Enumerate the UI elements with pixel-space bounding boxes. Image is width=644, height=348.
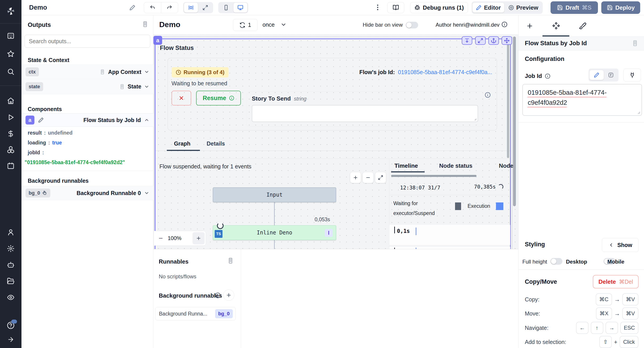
- search-icon[interactable]: [7, 68, 14, 75]
- eval-input-button[interactable]: [604, 70, 618, 80]
- component-scrollbar[interactable]: [507, 40, 509, 158]
- hide-bar-label: Hide bar on view: [363, 22, 403, 28]
- form-info-icon[interactable]: [484, 92, 491, 98]
- clock-icon: [176, 69, 181, 75]
- variables-icon[interactable]: [7, 130, 14, 137]
- redo-button[interactable]: [161, 2, 178, 13]
- add-bg-runnable-button[interactable]: [223, 290, 234, 301]
- more-menu-icon[interactable]: [374, 3, 382, 12]
- job-id-link[interactable]: 0191085e-5baa-81ef-4774-c9ef4f0a...: [398, 69, 492, 75]
- apps-icon[interactable]: [7, 32, 14, 40]
- notification-dot: [11, 319, 17, 324]
- schedule-chevron-icon[interactable]: [280, 22, 287, 28]
- runnables-empty: No scripts/flows: [159, 273, 196, 280]
- desktop-view-button[interactable]: [234, 3, 247, 13]
- outputs-doc-icon[interactable]: [142, 21, 148, 28]
- undo-button[interactable]: [144, 2, 161, 13]
- cancel-button[interactable]: [172, 91, 191, 105]
- home-icon[interactable]: [7, 97, 14, 105]
- static-input-button[interactable]: [590, 70, 604, 80]
- tab-node-status[interactable]: Node status: [439, 162, 472, 169]
- bg-runnable-item[interactable]: Background Runna... bg_0: [155, 307, 236, 320]
- connect-input-button[interactable]: [624, 69, 641, 82]
- runs-icon[interactable]: [7, 113, 14, 121]
- node-input[interactable]: Input: [213, 188, 336, 202]
- edit-component-icon[interactable]: [38, 117, 44, 123]
- canvas-scrollbar[interactable]: [513, 37, 516, 206]
- fill-height-button[interactable]: [462, 36, 472, 45]
- runnables-doc-icon[interactable]: [227, 257, 234, 264]
- fit-view-button[interactable]: [375, 172, 386, 183]
- editor-tab[interactable]: Editor: [472, 3, 504, 13]
- schedule-select[interactable]: once: [262, 22, 274, 28]
- eye-icon[interactable]: [7, 294, 14, 301]
- component-tag-badge[interactable]: a: [154, 36, 162, 45]
- author-info-icon[interactable]: [501, 21, 508, 28]
- anchor-button[interactable]: [488, 36, 499, 45]
- star-icon[interactable]: [7, 50, 14, 58]
- tab-details[interactable]: Details: [206, 140, 225, 147]
- deploy-button[interactable]: Deploy: [601, 1, 640, 14]
- tab-timeline[interactable]: Timeline: [394, 162, 418, 169]
- delete-button[interactable]: Delete ⌘Del: [593, 275, 639, 288]
- tab-node[interactable]: Node: [499, 162, 514, 169]
- component-row[interactable]: a Flow Status by Job Id: [22, 113, 154, 127]
- app-canvas[interactable]: Flow Status Running (3 of 4) Flow's job …: [154, 35, 518, 249]
- fullwidth-layout-button[interactable]: [198, 3, 212, 13]
- component-row-title: Flow Status by Job Id: [84, 117, 141, 123]
- flow-graph[interactable]: Flow suspended, waiting for 1 events Inp…: [156, 158, 389, 249]
- state-context-title: State & Context: [28, 57, 69, 63]
- preview-tab[interactable]: Preview: [505, 3, 542, 13]
- resources-icon[interactable]: [7, 146, 14, 153]
- move-button[interactable]: [502, 36, 512, 45]
- bg-runnable-title: Background Runnable 0: [76, 190, 141, 196]
- full-height-toggle[interactable]: [550, 258, 562, 265]
- tab-graph[interactable]: Graph: [174, 140, 190, 147]
- state-row[interactable]: state State: [22, 79, 154, 94]
- top-bar: Demo Debug runs (1) Editor Preview Draft…: [22, 0, 644, 15]
- mobile-view-button[interactable]: [219, 3, 233, 13]
- collapse-rail-icon[interactable]: [7, 336, 14, 343]
- add-component-tab[interactable]: [526, 22, 533, 30]
- edge-line: [274, 240, 274, 249]
- zoom-out-ctrl[interactable]: [154, 236, 168, 241]
- settings-tab[interactable]: [552, 22, 560, 31]
- x-icon: [178, 95, 184, 101]
- folder-icon[interactable]: [7, 277, 14, 285]
- settings-icon[interactable]: [7, 245, 14, 252]
- zoom-out-button[interactable]: [363, 172, 374, 183]
- rpanel-doc-icon[interactable]: [632, 40, 638, 47]
- styling-tab[interactable]: [579, 22, 586, 30]
- expand-button[interactable]: [475, 36, 486, 45]
- schedules-icon[interactable]: [7, 162, 14, 169]
- resume-button[interactable]: Resume: [196, 91, 241, 105]
- ctx-row[interactable]: ctx App Context: [22, 65, 154, 79]
- add-selection-label: Add to selection:: [525, 339, 566, 345]
- windmill-logo[interactable]: [6, 6, 16, 17]
- bg-runnable-row[interactable]: bg_0 Background Runnable 0: [22, 186, 154, 200]
- job-id-textarea[interactable]: 0191085e-5baa-81ef-4774- c9ef4f0a92d2: [522, 84, 642, 116]
- debug-runs-button[interactable]: Debug runs (1): [410, 2, 468, 13]
- refresh-button[interactable]: 1: [233, 19, 258, 31]
- timeline-progress-bar: [391, 175, 476, 177]
- node-inline-deno[interactable]: Inline Deno TS I: [213, 225, 336, 240]
- edit-title-icon[interactable]: [129, 5, 136, 11]
- kv-jobid-value: "0191085e-5baa-81ef-4774-c9ef4f0a92d2": [24, 159, 125, 165]
- zoom-in-ctrl[interactable]: [192, 232, 204, 244]
- draft-button[interactable]: Draft ⌘S: [550, 1, 598, 14]
- status-pill: Running (3 of 4): [172, 67, 228, 77]
- bg-runnables-info-icon[interactable]: [215, 292, 221, 298]
- hide-bar-toggle[interactable]: [406, 22, 418, 29]
- running-spinner: [217, 222, 224, 229]
- bot-icon[interactable]: [7, 261, 14, 268]
- centered-layout-button[interactable]: [184, 3, 198, 13]
- runnables-left-col: Runnables No scripts/flows Background ru…: [154, 249, 241, 348]
- docs-button[interactable]: [387, 2, 404, 13]
- help-icon[interactable]: [7, 321, 15, 329]
- flow-status-component[interactable]: Flow Status Running (3 of 4) Flow's job …: [155, 39, 511, 249]
- search-outputs-input[interactable]: [24, 35, 150, 48]
- zoom-in-button[interactable]: [350, 172, 361, 183]
- show-styling-button[interactable]: Show: [602, 238, 639, 252]
- story-textarea[interactable]: [252, 105, 478, 122]
- user-icon[interactable]: [7, 228, 14, 236]
